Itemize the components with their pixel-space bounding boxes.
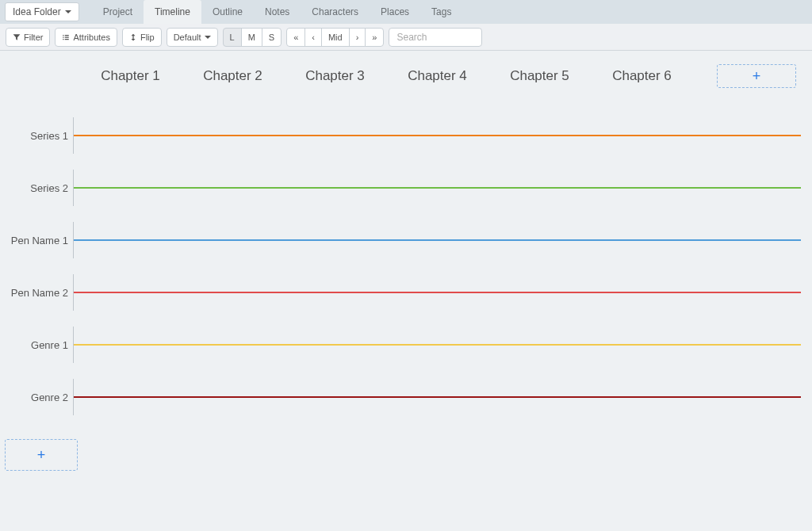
tab-tags[interactable]: Tags <box>420 0 462 24</box>
tab-places[interactable]: Places <box>370 0 420 24</box>
flip-icon <box>129 33 137 41</box>
timeline-row: Series 1 <box>0 109 812 162</box>
row-line[interactable] <box>74 135 801 136</box>
nav-bar: Idea Folder Project Timeline Outline Not… <box>0 0 812 24</box>
timeline-row: Pen Name 1 <box>0 214 812 266</box>
row-line[interactable] <box>74 396 801 398</box>
add-row-button[interactable]: + <box>5 439 78 471</box>
caret-down-icon <box>65 10 71 13</box>
zoom-group: L M S <box>223 28 282 47</box>
list-icon <box>62 33 70 41</box>
chapter-header[interactable]: Chapter 2 <box>182 68 284 84</box>
row-label[interactable]: Series 1 <box>0 130 73 142</box>
timeline-row: Pen Name 2 <box>0 266 812 319</box>
row-line[interactable] <box>74 239 801 241</box>
attributes-button[interactable]: Attributes <box>55 28 117 47</box>
folder-dropdown-label: Idea Folder <box>13 6 61 17</box>
toolbar: Filter Attributes Flip Default L M S « ‹… <box>0 24 812 51</box>
folder-dropdown[interactable]: Idea Folder <box>5 2 79 21</box>
timeline-row: Series 2 <box>0 162 812 214</box>
filter-button[interactable]: Filter <box>6 28 50 47</box>
nav-first[interactable]: « <box>286 28 305 47</box>
tab-timeline[interactable]: Timeline <box>144 0 201 24</box>
chapter-header[interactable]: Chapter 5 <box>488 68 591 84</box>
tab-outline[interactable]: Outline <box>201 0 254 24</box>
caret-down-icon <box>205 36 211 39</box>
funnel-icon <box>13 33 21 41</box>
chapter-header[interactable]: Chapter 1 <box>79 68 182 84</box>
search-input[interactable] <box>389 28 482 47</box>
nav-group: « ‹ Mid › » <box>286 28 384 47</box>
chapter-header[interactable]: Chapter 3 <box>284 68 386 84</box>
zoom-large[interactable]: L <box>223 28 242 47</box>
add-chapter-button[interactable]: + <box>717 64 796 88</box>
row-line[interactable] <box>74 292 801 293</box>
chevrons-left-icon: « <box>293 32 298 42</box>
chevron-left-icon: ‹ <box>312 32 315 42</box>
tab-characters[interactable]: Characters <box>301 0 370 24</box>
tab-project[interactable]: Project <box>92 0 144 24</box>
default-label: Default <box>174 32 201 42</box>
chapter-header[interactable]: Chapter 6 <box>591 68 693 84</box>
row-label[interactable]: Series 2 <box>0 182 73 194</box>
nav-next[interactable]: › <box>349 28 366 47</box>
row-label[interactable]: Genre 2 <box>0 392 73 403</box>
timeline-row: Genre 2 <box>0 371 812 423</box>
zoom-medium[interactable]: M <box>241 28 262 47</box>
chevrons-right-icon: » <box>372 32 377 42</box>
nav-prev[interactable]: ‹ <box>304 28 322 47</box>
row-line[interactable] <box>74 187 801 189</box>
flip-button[interactable]: Flip <box>122 28 162 47</box>
plus-icon: + <box>37 447 46 464</box>
nav-last[interactable]: » <box>365 28 384 47</box>
default-dropdown[interactable]: Default <box>167 28 218 47</box>
chapter-header[interactable]: Chapter 4 <box>386 68 488 84</box>
chevron-right-icon: › <box>356 32 359 42</box>
flip-label: Flip <box>140 32 155 42</box>
timeline-row: Genre 1 <box>0 319 812 371</box>
row-label[interactable]: Pen Name 1 <box>0 235 73 246</box>
timeline-rows: Series 1 Series 2 Pen Name 1 Pen Name 2 … <box>0 109 812 423</box>
nav-tabs: Project Timeline Outline Notes Character… <box>92 0 463 24</box>
row-label[interactable]: Pen Name 2 <box>0 287 73 299</box>
nav-mid[interactable]: Mid <box>321 28 350 47</box>
row-label[interactable]: Genre 1 <box>0 339 73 351</box>
column-headers: Chapter 1 Chapter 2 Chapter 3 Chapter 4 … <box>79 62 812 90</box>
tab-notes[interactable]: Notes <box>254 0 301 24</box>
attributes-label: Attributes <box>73 32 109 42</box>
plus-icon: + <box>753 68 761 85</box>
timeline-area: Chapter 1 Chapter 2 Chapter 3 Chapter 4 … <box>0 51 812 471</box>
row-line[interactable] <box>74 344 801 346</box>
filter-label: Filter <box>24 32 43 42</box>
zoom-small[interactable]: S <box>262 28 282 47</box>
